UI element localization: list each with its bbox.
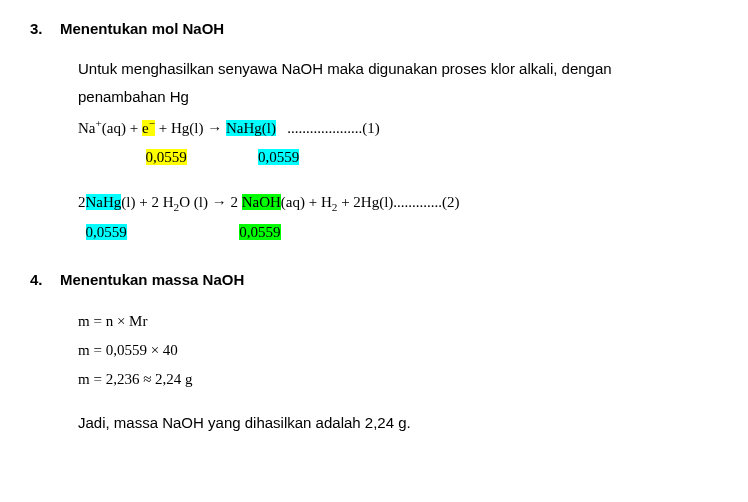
eq2-naoh-tail: (aq) + H: [281, 194, 332, 210]
eq1-plus-hg: + Hg(l) →: [155, 120, 226, 136]
section-4-number: 4.: [30, 271, 60, 288]
eq1-dots: ....................(1): [276, 120, 380, 136]
eq2-val-right: 0,0559: [239, 224, 280, 240]
intro-line-1: Untuk menghasilkan senyawa NaOH maka dig…: [78, 57, 718, 81]
eq1-val-right: 0,0559: [258, 149, 299, 165]
equation-1-values: 0,0559 0,0559: [78, 144, 718, 171]
equation-2-values: 0,0559 0,0559: [78, 219, 718, 246]
eq2-2hg: + 2Hg(l).............(2): [337, 194, 459, 210]
section-4-header: 4. Menentukan massa NaOH: [30, 271, 718, 288]
mass-formula-line-2: m = 0,0559 × 40: [78, 337, 718, 364]
section-3-body: Untuk menghasilkan senyawa NaOH maka dig…: [78, 57, 718, 246]
eq2-nahg: NaHg: [86, 194, 122, 210]
mass-formula-line-1: m = n × Mr: [78, 308, 718, 335]
section-3-number: 3.: [30, 20, 60, 37]
eq1-electron: e−: [142, 120, 155, 136]
intro-line-2: penambahan Hg: [78, 85, 718, 109]
eq1-aq: (aq) +: [102, 120, 142, 136]
eq2-naoh: NaOH: [242, 194, 281, 210]
conclusion: Jadi, massa NaOH yang dihasilkan adalah …: [78, 411, 718, 435]
eq2-nahg-l: (l) + 2 H: [121, 194, 173, 210]
equation-2: 2NaHg(l) + 2 H2O (l) → 2 NaOH(aq) + H2 +…: [78, 189, 718, 217]
section-3-title: Menentukan mol NaOH: [60, 20, 224, 37]
section-4-body: m = n × Mr m = 0,0559 × 40 m = 2,236 ≈ 2…: [78, 308, 718, 435]
eq1-nahg: NaHg(l): [226, 120, 276, 136]
section-4-title: Menentukan massa NaOH: [60, 271, 244, 288]
eq2-coef: 2: [78, 194, 86, 210]
mass-formula-line-3: m = 2,236 ≈ 2,24 g: [78, 366, 718, 393]
eq2-h2o-tail: O (l) → 2: [179, 194, 242, 210]
equation-1: Na+(aq) + e− + Hg(l) → NaHg(l) .........…: [78, 113, 718, 142]
eq1-na: Na: [78, 120, 96, 136]
section-3-header: 3. Menentukan mol NaOH: [30, 20, 718, 37]
eq2-val-left: 0,0559: [86, 224, 127, 240]
eq1-val-left: 0,0559: [146, 149, 187, 165]
